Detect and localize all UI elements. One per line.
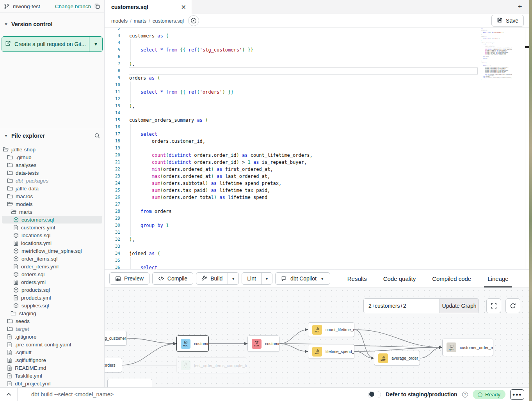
code-line-31[interactable]: 31 — [105, 229, 529, 236]
breadcrumb-marts[interactable]: marts — [134, 18, 147, 24]
lineage-node-count_lifetime_orders[interactable]: METcount_lifetime_orders — [308, 322, 354, 337]
breadcrumb-models[interactable]: models — [111, 18, 128, 24]
fullscreen-button[interactable] — [486, 298, 501, 313]
lineage-filter-input[interactable] — [364, 299, 439, 313]
lineage-node-partial_node[interactable] — [107, 379, 152, 387]
breadcrumb-file[interactable]: customers.sql — [153, 18, 184, 24]
code-line-20[interactable]: 20 count(distinct orders.order_id) as co… — [105, 152, 529, 159]
tab-compiled-code[interactable]: Compiled code — [432, 270, 471, 287]
tree-item-products-sql[interactable]: products.sql — [2, 286, 102, 294]
minimap[interactable]: with customers as ( select * from {{ ref… — [481, 28, 512, 81]
expand-caret-icon[interactable] — [0, 388, 17, 401]
tree-item-marts[interactable]: marts — [2, 208, 102, 216]
code-editor[interactable]: 23customers as (45 select * from {{ ref(… — [105, 28, 529, 269]
code-line-2[interactable]: 2 — [105, 28, 529, 32]
tree-item-products-yml[interactable]: products.yml — [2, 294, 102, 302]
compile-button[interactable]: Compile — [152, 272, 193, 285]
lineage-node-orders[interactable]: orders — [105, 358, 122, 373]
new-tab-button[interactable]: + — [515, 2, 525, 11]
tree-item-jaffle-data[interactable]: jaffle-data — [2, 185, 102, 192]
code-line-10[interactable]: 10 — [105, 82, 529, 89]
code-line-28[interactable]: 28 from orders — [105, 208, 529, 215]
code-line-22[interactable]: 22 min(orders.ordered_at) as first_order… — [105, 166, 529, 173]
tree-item-staging[interactable]: staging — [2, 309, 102, 317]
code-line-27[interactable]: 27 — [105, 201, 529, 208]
code-line-6[interactable]: 6 — [105, 53, 529, 60]
tree-item-orders-yml[interactable]: orders.yml — [2, 278, 102, 286]
command-input[interactable]: dbt build --select <model_name> — [17, 388, 368, 401]
tree-item-analyses[interactable]: analyses — [2, 161, 102, 169]
lint-caret[interactable]: ▼ — [261, 273, 272, 284]
code-line-13[interactable]: 13), — [105, 103, 529, 110]
tree-item-orders-sql[interactable]: orders.sql — [2, 270, 102, 278]
change-branch-link[interactable]: Change branch — [55, 4, 91, 9]
search-icon[interactable] — [94, 133, 100, 139]
tree-item-dbt-project-yml[interactable]: dbt_project.yml — [2, 380, 102, 387]
tab-lineage[interactable]: Lineage — [488, 270, 508, 287]
help-icon[interactable]: ? — [462, 392, 468, 397]
code-line-15[interactable]: 15customer_orders_summary as ( — [105, 117, 529, 124]
tree-item-metricflow-time-spine-sql[interactable]: metricflow_time_spine.sql — [2, 247, 102, 255]
lineage-panel[interactable]: stg_customersordersMDLcustomersTSTtest_o… — [105, 288, 529, 387]
code-line-34[interactable]: 34joined as ( — [105, 250, 529, 257]
copilot-caret[interactable]: ▼ — [320, 277, 324, 281]
tree-item-customers-yml[interactable]: customers.yml — [2, 224, 102, 231]
lineage-node-stg_customers[interactable]: stg_customers — [105, 331, 127, 346]
tree-item-models[interactable]: models — [2, 200, 102, 208]
tree-item-supplies-sql[interactable]: supplies.sql — [2, 302, 102, 309]
code-line-19[interactable]: 19 — [105, 145, 529, 152]
refresh-button[interactable] — [505, 298, 520, 313]
code-line-35[interactable]: 35 — [105, 257, 529, 264]
code-line-5[interactable]: 5 select * from {{ ref('stg_customers') … — [105, 46, 529, 53]
tree-item-data-tests[interactable]: data-tests — [2, 169, 102, 177]
tree-item-locations-sql[interactable]: locations.sql — [2, 231, 102, 239]
tree-item-locations-yml[interactable]: locations.yml — [2, 239, 102, 247]
lineage-node-lifetime_spend_pretax[interactable]: METlifetime_spend_pretax — [308, 344, 354, 359]
lineage-node-customer_order_metrics[interactable]: QRYcustomer_order_metrics — [442, 339, 493, 356]
lineage-node-customers_sem[interactable]: SEMcustomers — [247, 335, 279, 352]
scrollbar-mark[interactable] — [525, 46, 529, 48]
code-line-26[interactable]: 26 sum(orders.order_total) as lifetime_s… — [105, 194, 529, 201]
code-line-32[interactable]: 32), — [105, 236, 529, 243]
code-line-25[interactable]: 25 sum(orders.tax_paid) as lifetime_tax_… — [105, 187, 529, 194]
tab-code-quality[interactable]: Code quality — [383, 270, 416, 287]
tree-item-taskfile-yml[interactable]: Taskfile.yml — [2, 372, 102, 380]
tree-item--gitignore[interactable]: .gitignore — [2, 333, 102, 341]
code-line-8[interactable]: 8 — [105, 67, 529, 75]
tree-item-customers-sql[interactable]: customers.sql — [2, 216, 102, 224]
lint-button[interactable]: Lint — [242, 273, 261, 284]
code-line-9[interactable]: 9orders as ( — [105, 75, 529, 82]
code-line-18[interactable]: 18 orders.customer_id, — [105, 138, 529, 145]
code-line-36[interactable]: 36 select — [105, 264, 529, 269]
tab-customers-sql[interactable]: customers.sql ✕ — [105, 0, 192, 14]
tab-results[interactable]: Results — [347, 270, 367, 287]
lineage-node-customers_mdl[interactable]: MDLcustomers — [176, 335, 209, 352]
code-line-17[interactable]: 17 select — [105, 131, 529, 138]
tree-item--github[interactable]: .github — [2, 153, 102, 161]
tree-item-order-items-yml[interactable]: order_items.yml — [2, 263, 102, 270]
code-line-3[interactable]: 3customers as ( — [105, 32, 529, 39]
close-icon[interactable]: ✕ — [181, 4, 186, 11]
save-button[interactable]: Save — [491, 15, 524, 27]
tree-item--sqlfluff[interactable]: .sqlfluff — [2, 348, 102, 356]
more-options-button[interactable]: ●●● — [510, 389, 524, 400]
create-pr-button[interactable]: Create a pull request on Git... ▼ — [2, 36, 103, 52]
file-explorer-header[interactable]: ▼ File explorer — [0, 129, 104, 142]
code-line-12[interactable]: 12 — [105, 96, 529, 103]
code-line-7[interactable]: 7), — [105, 60, 529, 67]
preview-button[interactable]: Preview — [109, 272, 149, 285]
tree-item-seeds[interactable]: seeds — [2, 317, 102, 325]
tree-item-jaffle-shop[interactable]: jaffle-shop — [2, 145, 102, 153]
lineage-node-average_order_value[interactable]: METaverage_order_value — [374, 351, 420, 366]
code-line-4[interactable]: 4 — [105, 39, 529, 46]
build-caret[interactable]: ▼ — [228, 273, 238, 284]
tree-item-readme-md[interactable]: README.md — [2, 364, 102, 372]
tree-item--sqlfluffignore[interactable]: .sqlfluffignore — [2, 356, 102, 364]
tree-item--pre-commit-config-yaml[interactable]: .pre-commit-config.yaml — [2, 341, 102, 348]
create-pr-caret[interactable]: ▼ — [89, 37, 102, 51]
copy-icon[interactable] — [94, 3, 100, 9]
code-line-29[interactable]: 29 — [105, 215, 529, 222]
code-line-14[interactable]: 14 — [105, 110, 529, 117]
code-line-23[interactable]: 23 max(orders.ordered_at) as last_ordere… — [105, 173, 529, 180]
tree-item-target[interactable]: target — [2, 325, 102, 333]
